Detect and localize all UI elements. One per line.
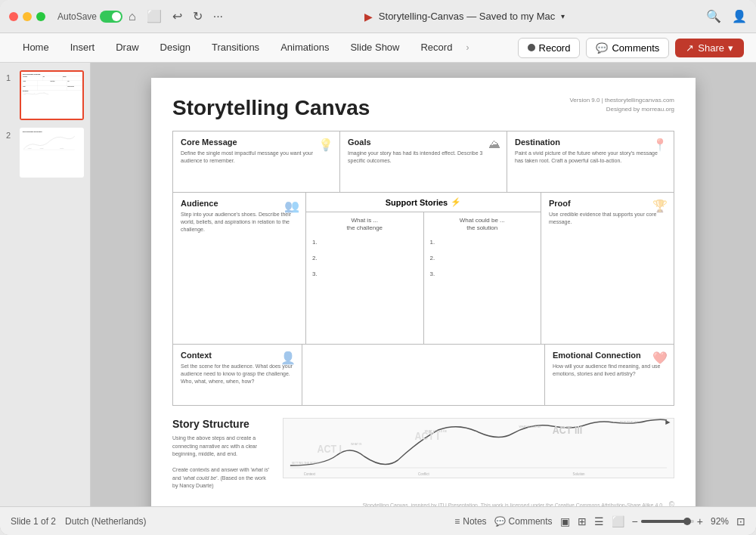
app-window: AutoSave ⌂ ⬜ ↩ ↻ ··· ▶ Storytelling-Canv… bbox=[0, 0, 756, 535]
svg-text:WHAT COULD BE: WHAT COULD BE bbox=[519, 425, 541, 428]
title-bar: AutoSave ⌂ ⬜ ↩ ↻ ··· ▶ Storytelling-Canv… bbox=[0, 0, 756, 33]
slide-panel: 1 Storytelling Canvas Core Message Goals bbox=[0, 63, 91, 506]
story-structure: Story Structure Using the above steps an… bbox=[172, 418, 674, 490]
zoom-minus-button[interactable]: − bbox=[632, 515, 638, 527]
tab-animations[interactable]: Animations bbox=[270, 33, 339, 62]
story-structure-desc: Using the above steps and create a conne… bbox=[172, 434, 271, 490]
story-diagram: ACT I ACT I ACT III Context Conflict Sol… bbox=[283, 418, 674, 478]
cell-support-stories: Support Stories ⚡ What is ... the challe… bbox=[306, 193, 541, 344]
emotional-connection-desc: How will your audience find meaning, and… bbox=[553, 363, 666, 378]
challenge-header: What is ... the challenge bbox=[312, 217, 417, 233]
lightbulb-icon: 💡 bbox=[318, 138, 333, 152]
undo-icon[interactable]: ↩ bbox=[172, 9, 182, 23]
home-icon[interactable]: ⌂ bbox=[129, 10, 136, 23]
audience-desc: Step into your audience's shoes. Describ… bbox=[181, 211, 298, 233]
challenge-item-1: 1. bbox=[312, 239, 417, 246]
outline-view-icon[interactable]: ☰ bbox=[594, 515, 604, 527]
svg-text:Solution: Solution bbox=[60, 147, 64, 149]
search-icon[interactable]: 🔍 bbox=[706, 9, 721, 23]
svg-text:SETTING THE SCENE: SETTING THE SCENE bbox=[292, 462, 320, 465]
more-icon[interactable]: ··· bbox=[213, 10, 223, 23]
svg-rect-7 bbox=[284, 419, 674, 478]
save-icon[interactable]: ⬜ bbox=[147, 9, 162, 23]
slide-1: Storytelling Canvas Version 9.0 | thesto… bbox=[151, 78, 696, 506]
share-button[interactable]: ↗ Share ▾ bbox=[675, 39, 744, 57]
share-people-icon[interactable]: 👤 bbox=[732, 9, 747, 23]
slide-number-1: 1 bbox=[6, 73, 15, 82]
pin-icon: 📍 bbox=[652, 138, 668, 152]
chevron-down-icon: ▾ bbox=[561, 12, 565, 20]
more-tabs-icon[interactable]: › bbox=[466, 42, 469, 53]
cc-icon: © bbox=[669, 500, 674, 507]
maximize-button[interactable] bbox=[36, 12, 45, 21]
minimize-button[interactable] bbox=[23, 12, 32, 21]
cell-goals: Goals Imagine your story has had its int… bbox=[340, 131, 507, 192]
tab-transitions[interactable]: Transitions bbox=[201, 33, 270, 62]
comment-status-icon: 💬 bbox=[494, 516, 506, 527]
tab-home[interactable]: Home bbox=[12, 33, 60, 62]
slide-header: Storytelling Canvas Version 9.0 | thesto… bbox=[172, 96, 674, 120]
solution-item-2: 2. bbox=[430, 255, 535, 261]
comments-status-button[interactable]: 💬 Comments bbox=[494, 516, 553, 527]
comments-button[interactable]: 💬 Comments bbox=[586, 38, 669, 58]
status-bar: Slide 1 of 2 Dutch (Netherlands) ≡ Notes… bbox=[0, 506, 756, 535]
cell-emotional-connection: Emotional Connection How will your audie… bbox=[545, 345, 674, 405]
tab-insert[interactable]: Insert bbox=[60, 33, 106, 62]
proof-desc: Use credible evidence that supports your… bbox=[549, 211, 666, 226]
grid-row-3: Context Set the scene for the audience. … bbox=[173, 345, 674, 405]
goals-desc: Imagine your story has had its intended … bbox=[348, 150, 499, 165]
core-message-desc: Define the single most impactful message… bbox=[181, 150, 332, 165]
heart-icon: ❤️ bbox=[652, 351, 668, 365]
slide-thumb-2[interactable]: 2 Storytelling Structure Context Conflic… bbox=[6, 128, 84, 178]
close-button[interactable] bbox=[9, 12, 18, 21]
cell-context-spacer bbox=[302, 345, 545, 405]
share-icon: ↗ bbox=[686, 42, 694, 54]
proof-title: Proof bbox=[549, 199, 666, 208]
status-bar-right: ≡ Notes 💬 Comments ▣ ⊞ ☰ ⬜ − + 92% ⊡ bbox=[454, 515, 745, 527]
fit-to-window-icon[interactable]: ⊡ bbox=[736, 515, 745, 527]
svg-text:Context: Context bbox=[28, 147, 32, 149]
traffic-lights bbox=[9, 12, 45, 21]
tab-record[interactable]: Record bbox=[410, 33, 463, 62]
slide-thumbnail-2[interactable]: Storytelling Structure Context Conflict … bbox=[20, 128, 84, 178]
notes-button[interactable]: ≡ Notes bbox=[454, 516, 486, 527]
record-button[interactable]: Record bbox=[518, 38, 581, 58]
ribbon-tabs: Home Insert Draw Design Transitions Anim… bbox=[0, 33, 756, 62]
svg-text:ACT I: ACT I bbox=[34, 93, 36, 94]
svg-text:ACT III: ACT III bbox=[553, 424, 582, 436]
challenge-item-2: 2. bbox=[312, 255, 417, 261]
notes-label: Notes bbox=[463, 516, 486, 527]
share-chevron-icon: ▾ bbox=[728, 42, 733, 54]
autosave-toggle[interactable] bbox=[100, 11, 122, 23]
ribbon: Home Insert Draw Design Transitions Anim… bbox=[0, 33, 756, 63]
grid-view-icon[interactable]: ⊞ bbox=[578, 515, 587, 527]
zoom-slider[interactable] bbox=[641, 520, 694, 523]
slide-thumbnail-1[interactable]: Storytelling Canvas Core Message Goals D… bbox=[20, 70, 84, 120]
svg-text:ACT I: ACT I bbox=[317, 443, 342, 455]
tab-draw[interactable]: Draw bbox=[105, 33, 149, 62]
audience-icon: 👥 bbox=[284, 199, 299, 213]
support-cols: What is ... the challenge 1. 2. 3. What … bbox=[306, 212, 541, 344]
challenge-item-3: 3. bbox=[312, 271, 417, 277]
toolbar-icons: ⌂ ⬜ ↩ ↻ ··· bbox=[129, 9, 223, 23]
svg-text:WHAT COULD BE: WHAT COULD BE bbox=[425, 430, 448, 433]
mountain-icon: ⛰ bbox=[488, 138, 500, 151]
cell-audience: Audience Step into your audience's shoes… bbox=[173, 193, 306, 344]
cell-core-message: Core Message Define the single most impa… bbox=[173, 131, 340, 192]
app-icon: ▶ bbox=[364, 11, 373, 23]
audience-title: Audience bbox=[181, 199, 298, 208]
slide-number-2: 2 bbox=[6, 131, 15, 140]
tab-slideshow[interactable]: Slide Show bbox=[339, 33, 410, 62]
svg-text:ACT III: ACT III bbox=[43, 92, 45, 93]
record-dot-icon bbox=[528, 44, 535, 51]
presenter-view-icon[interactable]: ⬜ bbox=[612, 515, 624, 527]
canvas-grid: Core Message Define the single most impa… bbox=[172, 131, 674, 406]
normal-view-icon[interactable]: ▣ bbox=[560, 515, 570, 527]
zoom-control: − + bbox=[632, 515, 703, 527]
slide-thumb-1[interactable]: 1 Storytelling Canvas Core Message Goals bbox=[6, 70, 84, 120]
redo-icon[interactable]: ↻ bbox=[193, 9, 203, 23]
svg-text:Solution: Solution bbox=[573, 472, 585, 476]
zoom-plus-button[interactable]: + bbox=[697, 515, 703, 527]
tab-design[interactable]: Design bbox=[150, 33, 201, 62]
goals-title: Goals bbox=[348, 138, 499, 147]
